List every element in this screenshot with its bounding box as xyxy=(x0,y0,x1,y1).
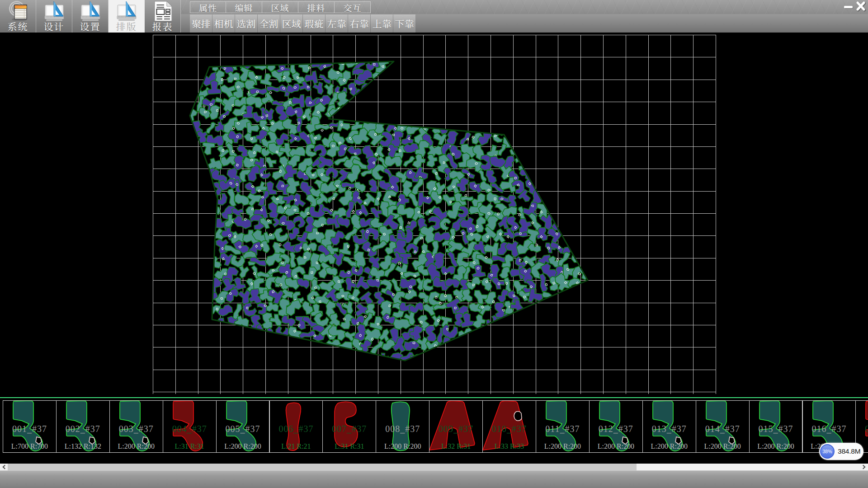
tool-button-3[interactable]: 选割 xyxy=(235,14,258,33)
part-id-label: 008_#37 xyxy=(376,422,429,435)
module-button-1[interactable]: 系统 xyxy=(0,0,36,33)
minimize-button[interactable] xyxy=(842,0,854,13)
settings-ruler-icon xyxy=(80,1,101,21)
part-cell-5[interactable]: 005_#37L:200 R:200 xyxy=(216,400,270,453)
part-cell-12[interactable]: 012_#37L:200 R:200 xyxy=(589,400,643,453)
part-id-label: 017_#37 xyxy=(856,422,868,435)
part-lr-label: L:200 R:200 xyxy=(643,441,696,451)
part-cell-14[interactable]: 014_#37L:200 R:200 xyxy=(696,400,750,453)
part-lr-label: L:31 R:31 xyxy=(323,441,376,451)
part-lr-label: L:200 R:200 xyxy=(376,441,429,451)
design-ruler-icon xyxy=(44,1,65,21)
part-lr-label: L:200 R:200 xyxy=(536,441,589,451)
part-id-label: 002_#37 xyxy=(57,422,109,435)
menu-tab-bar: 属性编辑区域排料交互 xyxy=(190,1,371,13)
menu-tab-1[interactable]: 属性 xyxy=(190,1,226,13)
part-cell-9[interactable]: 009_#37L:32 R:31 xyxy=(429,400,483,453)
part-cell-4[interactable]: 004_#37L:31 R:31 xyxy=(163,400,217,453)
part-id-label: 013_#37 xyxy=(643,422,696,435)
part-cell-6[interactable]: 006_#37L:21 R:21 xyxy=(269,400,323,453)
part-cell-7[interactable]: 007_#37L:31 R:31 xyxy=(322,400,376,453)
module-button-3[interactable]: 设置 xyxy=(72,0,108,33)
part-cell-3[interactable]: 003_#37L:200 R:200 xyxy=(109,400,163,453)
system-gear-icon xyxy=(8,1,28,21)
close-icon xyxy=(854,0,867,13)
part-id-label: 014_#37 xyxy=(696,422,749,435)
part-id-label: 003_#37 xyxy=(110,422,163,435)
tool-button-6[interactable]: 瑕疵 xyxy=(303,14,326,33)
module-label: 设计 xyxy=(36,21,72,31)
part-id-label: 016_#37 xyxy=(803,422,856,435)
module-label: 报表 xyxy=(145,21,180,31)
part-cell-2[interactable]: 002_#37L:132 R:132 xyxy=(56,400,110,453)
module-label: 设置 xyxy=(72,21,108,31)
module-button-5[interactable]: 报表 xyxy=(145,0,181,33)
part-cell-11[interactable]: 011_#37L:200 R:200 xyxy=(536,400,590,453)
part-id-label: 007_#37 xyxy=(323,422,376,435)
part-id-label: 010_#37 xyxy=(483,422,536,435)
part-lr-label: L:31 R:31 xyxy=(163,441,216,451)
part-lr-label: L:200 R:200 xyxy=(217,441,269,451)
status-bar xyxy=(0,470,868,488)
part-id-label: 009_#37 xyxy=(429,422,482,435)
part-lr-label: L:33 R:33 xyxy=(483,441,536,451)
module-label: 排版 xyxy=(108,21,144,31)
part-cell-10[interactable]: 010_#37L:33 R:33 xyxy=(482,400,536,453)
part-lr-label: L:32 R:31 xyxy=(429,441,482,451)
tool-button-8[interactable]: 右靠 xyxy=(348,14,371,33)
part-cell-8[interactable]: 008_#37L:200 R:200 xyxy=(376,400,429,453)
report-icon xyxy=(152,1,173,21)
nesting-canvas[interactable] xyxy=(0,33,868,397)
module-button-2[interactable]: 设计 xyxy=(36,0,72,33)
tool-button-2[interactable]: 相机 xyxy=(212,14,235,33)
part-lr-label: L:700 R:700 xyxy=(3,441,56,451)
menu-tab-5[interactable]: 交互 xyxy=(335,1,371,13)
part-lr-label: L:132 R:132 xyxy=(57,441,109,451)
scrollbar-thumb[interactable] xyxy=(8,464,637,470)
part-lr-label: L:200 R:200 xyxy=(590,441,642,451)
part-cell-13[interactable]: 013_#37L:200 R:200 xyxy=(642,400,696,453)
close-button[interactable] xyxy=(854,0,867,13)
window-controls xyxy=(842,0,867,14)
tool-button-10[interactable]: 下靠 xyxy=(393,14,416,33)
part-cell-1[interactable]: 001_#37L:700 R:700 xyxy=(3,400,57,453)
memory-percent-value: 38% xyxy=(822,449,832,454)
horizontal-scrollbar[interactable] xyxy=(0,464,868,470)
menu-tab-4[interactable]: 排料 xyxy=(298,1,335,13)
application-window: 系统设计设置排版报表 属性编辑区域排料交互 聚排相机选割全割区域瑕疵左靠右靠上靠… xyxy=(0,0,868,488)
tool-button-5[interactable]: 区域 xyxy=(280,14,303,33)
menu-tab-2[interactable]: 编辑 xyxy=(226,1,262,13)
part-id-label: 011_#37 xyxy=(536,422,589,435)
nesting-ruler-icon xyxy=(116,1,137,21)
scroll-left-icon[interactable] xyxy=(3,465,7,469)
module-label: 系统 xyxy=(0,21,36,31)
minimize-icon xyxy=(842,0,854,13)
part-lr-label: L:200 R:200 xyxy=(110,441,163,451)
memory-usage-badge[interactable]: 38% 384.8M xyxy=(819,443,863,460)
tool-button-4[interactable]: 全割 xyxy=(258,14,280,33)
part-id-label: 012_#37 xyxy=(590,422,642,435)
menu-tab-3[interactable]: 区域 xyxy=(262,1,298,13)
part-cell-15[interactable]: 015_#37L:200 R:200 xyxy=(749,400,803,453)
memory-percent-indicator: 38% xyxy=(820,444,835,459)
part-id-label: 015_#37 xyxy=(750,422,802,435)
part-id-label: 005_#37 xyxy=(217,422,269,435)
ribbon-toolbar: 系统设计设置排版报表 属性编辑区域排料交互 聚排相机选割全割区域瑕疵左靠右靠上靠… xyxy=(0,0,868,33)
module-button-4[interactable]: 排版 xyxy=(108,0,145,33)
part-id-label: 001_#37 xyxy=(3,422,56,435)
part-id-label: 006_#37 xyxy=(270,422,323,435)
strip-separator-line xyxy=(0,397,868,398)
nested-pieces-layer xyxy=(183,54,590,370)
tool-button-1[interactable]: 聚排 xyxy=(190,14,212,33)
parts-thumbnail-strip: 001_#37L:700 R:700002_#37L:132 R:132003_… xyxy=(0,400,868,453)
part-lr-label: L:200 R:200 xyxy=(696,441,749,451)
memory-amount-label: 384.8M xyxy=(838,443,861,460)
part-lr-label: L:200 R:200 xyxy=(750,441,802,451)
part-id-label: 004_#37 xyxy=(163,422,216,435)
tool-button-row: 聚排相机选割全割区域瑕疵左靠右靠上靠下靠 xyxy=(190,14,416,33)
nesting-canvas-drawing xyxy=(0,33,868,397)
tool-button-9[interactable]: 上靠 xyxy=(371,14,393,33)
tool-button-7[interactable]: 左靠 xyxy=(326,14,348,33)
scroll-right-icon[interactable] xyxy=(861,465,866,469)
part-lr-label: L:21 R:21 xyxy=(270,441,323,451)
